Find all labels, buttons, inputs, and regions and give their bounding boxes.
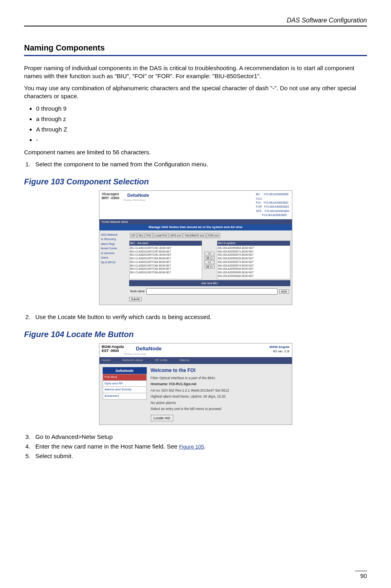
step-5: Select submit. [32,452,367,460]
fig103-right-links: BU FOI-001A26003800 CCU FOI FOI-001A2600… [256,192,289,218]
content-line: Fiber Optical Interface is a part of the… [151,376,289,380]
char-limit-note: Component names are limited to 56 charac… [24,148,367,156]
move-left-button[interactable]: << [205,261,215,264]
intro-paragraph-1: Proper naming of individual components i… [24,64,367,81]
fig104-bgw-name: BGW-Angola [269,345,289,350]
sidebar-item-opto[interactable]: Opto and RF [103,380,147,387]
figure-103-caption: Figure 103 Component Selection [24,176,367,187]
figure-104-caption: Figure 104 Locate Me Button [24,329,367,340]
bullet-item: 0 through 9 [36,105,367,113]
locate-me-button[interactable]: Locate me! [151,415,173,421]
content-line: Select an entry unit in the left menu to… [151,407,289,411]
fig103-label: BRT -0300 [102,196,120,200]
bullet-item: - [36,136,367,144]
sidebar-logo: DeltaNode [103,367,147,374]
steps-list-2: Use the Locate Me button to verify which… [24,313,367,321]
steps-list-3: Go to Advanced>Netw Setup Enter the new … [24,433,367,461]
fig103-add-row: Add new BIU [129,280,290,286]
logo-subtitle: Wireless Technology [124,198,149,202]
steps-list-1: Select the component to be named from th… [24,160,367,168]
fig104-content: Welcome to the FOI Fiber Optical Interfa… [151,367,289,421]
step-4-post: . [204,443,206,450]
node-name-label: Node name [130,289,145,293]
fig103-transfer-buttons: >> All >> << All << [205,240,215,279]
add-button[interactable]: ADD [279,289,289,294]
content-line: Hostname: FOI-RU1.bgw.net [151,382,289,386]
step-4-text: Enter the new card name in the Host Name… [35,443,179,450]
allowed-chars-list: 0 through 9 a through z A through Z - [36,105,367,144]
submit-button[interactable]: Submit [129,297,142,301]
step-2: Use the Locate Me button to verify which… [32,313,367,321]
move-all-right-button[interactable]: All >> [205,256,215,260]
sidebar-item-advanced[interactable]: Advanced [103,393,147,400]
move-all-left-button[interactable]: All << [205,265,215,269]
fig104-label: EST -0500 [102,349,124,353]
bullet-item: A through Z [36,125,367,133]
content-line: Highest alarm level:None, Uptime: 26 day… [151,394,289,399]
fig103-subtabs: CPBUFOILocal FOISPS xxxTALKBACK xxxFOR x… [129,232,290,239]
sidebar-item-foi[interactable]: FOI-RU1 [103,374,147,381]
fig104-version: R2 ver. 2.3i [269,350,289,354]
fig103-title-bar: Manage DAS Nodes that should be in the s… [99,224,292,230]
node-name-input[interactable] [146,288,278,295]
logo-subtitle: Wireless Technology [124,352,162,356]
figure-105-link[interactable]: Figure 105 [179,444,204,450]
section-heading: Naming Components [24,42,367,56]
fig103-nav-tabs: Home Network views [99,219,292,224]
fig103-list-insystem: BIU in system BIU-001A2005086A.BGW.NETBI… [217,240,290,279]
step-4: Enter the new card name in the Host Name… [32,443,367,451]
move-right-button[interactable]: >> [205,252,215,255]
content-line: No active alarms [151,401,289,405]
bullet-item: a through z [36,115,367,123]
figure-104-screenshot: BGW-Angola EST -0500 DeltaNode Wireless … [99,343,292,424]
fig103-list-notused: BIU - not used BIU-CLA0010109ITCMC.BGW.N… [129,240,203,279]
fig103-sidebar: SAS Network re Recovery alarm Regr. tern… [101,232,129,303]
content-line: Art no: DOI 302 Rev:1.2.1 Week:2013w47 S… [151,388,289,393]
fig104-sidebar: DeltaNode FOI-RU1 Opto and RF Alarms and… [103,367,147,421]
running-header: DAS Software Configuration [24,16,367,26]
fig104-menubar: HomeNetwork viewsRF UnitsAlarms [99,357,292,364]
sidebar-item-alarms[interactable]: Alarms and Events [103,386,147,393]
welcome-heading: Welcome to the FOI [151,367,289,374]
figure-103-screenshot: Viracogen BRT -0300 DeltaNode Wireless T… [99,190,292,305]
deltanode-logo: DeltaNode [136,345,162,352]
step-3: Go to Advanced>Netw Setup [32,433,367,441]
step-1: Select the component to be named from th… [32,160,367,168]
intro-paragraph-2: You may use any combination of alphanume… [24,84,367,101]
deltanode-logo: DeltaNode [128,192,149,198]
